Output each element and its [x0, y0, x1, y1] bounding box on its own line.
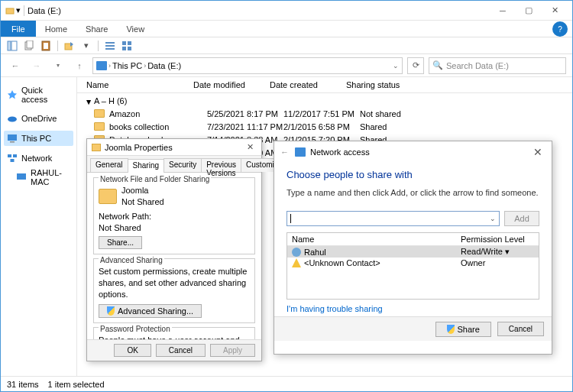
svg-rect-12: [128, 41, 131, 45]
person-name: Rahul: [292, 248, 461, 257]
col-modified[interactable]: Date modified: [193, 80, 270, 89]
move-to-icon[interactable]: [63, 39, 76, 53]
nav-onedrive[interactable]: OneDrive: [4, 111, 73, 126]
chevron-down-icon[interactable]: ⌄: [490, 215, 496, 222]
person-permission[interactable]: Read/Write ▾: [461, 247, 534, 257]
col-sharing[interactable]: Sharing status: [346, 80, 407, 89]
expand-icon: ▶: [86, 100, 92, 105]
close-button[interactable]: ✕: [530, 146, 545, 158]
svg-rect-8: [105, 42, 115, 44]
dropdown-icon[interactable]: ▾: [79, 39, 93, 53]
cancel-button[interactable]: Cancel: [497, 322, 544, 336]
tab-previous-versions[interactable]: Previous Versions: [201, 158, 241, 172]
paste-icon[interactable]: [39, 39, 53, 53]
svg-rect-2: [11, 41, 17, 50]
view-large-icon[interactable]: [120, 39, 134, 53]
tab-sharing[interactable]: Sharing: [128, 159, 164, 173]
nav-pane-icon[interactable]: [5, 39, 19, 53]
up-button[interactable]: ↑: [71, 57, 88, 74]
warning-icon: [292, 258, 301, 267]
minimize-button[interactable]: ─: [490, 2, 516, 19]
person-permission[interactable]: Owner: [461, 258, 534, 267]
maximize-button[interactable]: ▢: [516, 2, 542, 19]
breadcrumb-seg[interactable]: This PC: [112, 61, 142, 70]
ribbon-tab-home[interactable]: Home: [36, 21, 76, 37]
back-button[interactable]: ←: [7, 57, 24, 74]
view-details-icon[interactable]: [103, 39, 117, 53]
person-name: <Unknown Contact>: [292, 258, 461, 267]
nav-quick-access[interactable]: Quick access: [4, 83, 73, 106]
ribbon-tab-view[interactable]: View: [117, 21, 154, 37]
qat-dropdown-icon[interactable]: ▾: [16, 5, 21, 15]
share-button[interactable]: Share: [435, 322, 491, 337]
file-tab[interactable]: File: [1, 21, 36, 37]
btn-label: Share: [458, 325, 480, 334]
netaccess-footer: Share Cancel: [274, 316, 552, 341]
people-row[interactable]: RahulRead/Write ▾: [287, 246, 539, 258]
nav-network[interactable]: Network: [4, 151, 73, 166]
ribbon-tab-share[interactable]: Share: [76, 21, 117, 37]
share-button[interactable]: Share...: [99, 236, 142, 249]
breadcrumb[interactable]: › This PC › Data (E:) ⌄: [92, 57, 403, 74]
advanced-sharing-group: Advanced Sharing Set custom permissions,…: [93, 258, 255, 323]
properties-footer: OK Cancel Apply: [87, 339, 261, 361]
properties-tabs: General Sharing Security Previous Versio…: [87, 156, 261, 173]
properties-title: Joomla Properties: [105, 143, 173, 152]
table-row[interactable]: Amazon5/25/2021 8:17 PM11/2/2017 7:51 PM…: [77, 107, 572, 120]
cell-sharing: Not shared: [360, 109, 421, 118]
name-combobox[interactable]: ⌄: [286, 211, 500, 226]
add-button[interactable]: Add: [504, 211, 539, 226]
cell-modified: 7/23/2021 11:17 PM: [207, 122, 283, 131]
chevron-right-icon[interactable]: ›: [144, 62, 146, 70]
column-headers[interactable]: Name Date modified Date created Sharing …: [77, 77, 572, 93]
password-protection-group: Password Protection People must have a u…: [93, 327, 255, 339]
cancel-button[interactable]: Cancel: [156, 344, 206, 357]
group-legend: Advanced Sharing: [99, 256, 164, 264]
nav-label: Network: [21, 154, 52, 163]
nav-rahul-mac[interactable]: RAHUL-MAC: [4, 166, 73, 189]
pc-icon: [7, 133, 18, 144]
col-name[interactable]: Name: [86, 80, 193, 89]
selected-count: 1 item selected: [48, 380, 105, 389]
help-icon[interactable]: ?: [552, 21, 568, 37]
nav-label: RAHUL-MAC: [31, 168, 70, 186]
forward-button[interactable]: →: [28, 57, 45, 74]
chevron-right-icon[interactable]: ›: [108, 62, 111, 70]
svg-rect-13: [122, 47, 126, 50]
breadcrumb-seg[interactable]: Data (E:): [147, 61, 181, 70]
search-input[interactable]: 🔍 Search Data (E:): [429, 57, 566, 74]
refresh-button[interactable]: ⟳: [407, 57, 424, 74]
col-created[interactable]: Date created: [270, 80, 346, 89]
apply-button[interactable]: Apply: [210, 344, 255, 357]
ok-button[interactable]: OK: [114, 344, 151, 357]
close-button[interactable]: ✕: [542, 2, 568, 19]
close-button[interactable]: ✕: [244, 142, 257, 152]
svg-rect-14: [128, 47, 131, 50]
network-sharing-group: Network File and Folder Sharing Joomla N…: [93, 177, 255, 254]
network-path-label: Network Path:: [99, 211, 250, 222]
table-row[interactable]: books collection7/23/2021 11:17 PM2/1/20…: [77, 120, 572, 133]
back-button[interactable]: ←: [280, 147, 289, 157]
chevron-down-icon[interactable]: ⌄: [393, 62, 399, 70]
nav-this-pc[interactable]: This PC: [4, 131, 73, 146]
folder-icon: [92, 144, 101, 151]
copy-icon[interactable]: [22, 39, 36, 53]
svg-rect-10: [105, 48, 115, 50]
svg-rect-6: [44, 43, 48, 49]
cell-name: Amazon: [109, 109, 207, 118]
tab-security[interactable]: Security: [163, 158, 202, 172]
trouble-sharing-link[interactable]: I'm having trouble sharing: [286, 304, 383, 313]
svg-rect-11: [122, 41, 126, 45]
svg-rect-1: [8, 41, 11, 50]
status-bar: 31 items 1 item selected: [1, 376, 572, 391]
network-icon: [7, 153, 18, 164]
advanced-sharing-button[interactable]: Advanced Sharing...: [99, 304, 202, 318]
properties-body: Network File and Folder Sharing Joomla N…: [87, 173, 261, 339]
folder-icon: [94, 122, 105, 131]
group-header[interactable]: ▶A – H (6): [77, 93, 572, 107]
netaccess-title: Network access: [310, 147, 370, 157]
recent-dropdown[interactable]: ▾: [50, 57, 66, 74]
people-row[interactable]: <Unknown Contact>Owner: [287, 258, 539, 268]
netaccess-titlebar: ← Network access ✕: [274, 141, 552, 163]
tab-general[interactable]: General: [90, 158, 128, 172]
